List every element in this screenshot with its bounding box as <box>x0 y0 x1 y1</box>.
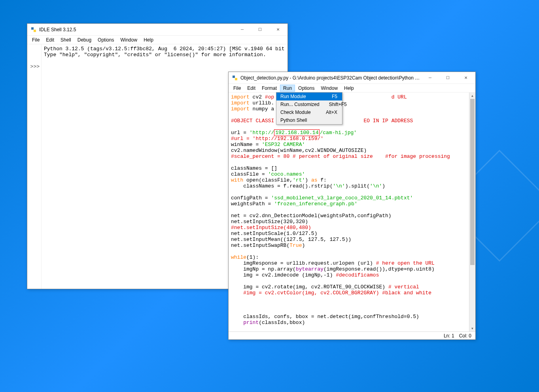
ip-highlight: 192.168.100.14 <box>274 129 320 136</box>
scroll-thumb[interactable] <box>470 99 475 265</box>
maximize-button[interactable]: ☐ <box>251 24 269 35</box>
editor-window: Object_detection.py.py - G:\Arduino proj… <box>228 72 476 340</box>
run-menu-run-module[interactable]: Run ModuleF5 <box>276 93 342 100</box>
shell-menu-edit[interactable]: Edit <box>43 36 57 44</box>
shell-menu-options[interactable]: Options <box>95 36 117 44</box>
shell-title: IDLE Shell 3.12.5 <box>39 27 233 32</box>
run-menu-run-customized[interactable]: Run... CustomizedShift+F5 <box>276 100 342 108</box>
editor-content[interactable]: import cv2 #op d URL import urllib. impo… <box>229 93 475 331</box>
shell-prompt: >>> <box>27 64 40 70</box>
scroll-down-icon[interactable]: ▼ <box>469 325 475 331</box>
shell-titlebar[interactable]: IDLE Shell 3.12.5 ─ ☐ ✕ <box>27 24 287 36</box>
editor-menu-run[interactable]: Run <box>280 85 295 92</box>
run-menu-check-module[interactable]: Check ModuleAlt+X <box>276 108 342 116</box>
svg-rect-3 <box>235 78 237 80</box>
python-icon <box>30 27 37 33</box>
editor-text[interactable]: import cv2 #op d URL import urllib. impo… <box>229 93 469 331</box>
shell-menu-file[interactable]: File <box>29 36 43 44</box>
editor-menubar: File Edit Format Run Options Window Help <box>229 84 475 93</box>
run-dropdown: Run ModuleF5 Run... CustomizedShift+F5 C… <box>276 92 342 125</box>
editor-window-controls: ─ ☐ ✕ <box>421 72 475 83</box>
editor-titlebar[interactable]: Object_detection.py.py - G:\Arduino proj… <box>229 72 475 84</box>
close-button[interactable]: ✕ <box>269 24 287 35</box>
shell-menubar: File Edit Shell Debug Options Window Hel… <box>27 36 287 44</box>
run-menu-python-shell[interactable]: Python Shell <box>276 116 342 124</box>
maximize-button[interactable]: ☐ <box>439 72 457 83</box>
editor-menu-options[interactable]: Options <box>295 85 318 92</box>
status-line: Ln: 1 <box>444 333 454 339</box>
shell-menu-shell[interactable]: Shell <box>57 36 74 44</box>
svg-rect-1 <box>34 30 36 32</box>
editor-menu-format[interactable]: Format <box>259 85 280 92</box>
editor-title: Object_detection.py.py - G:\Arduino proj… <box>240 75 421 81</box>
editor-scrollbar[interactable]: ▲ ▼ <box>469 93 475 331</box>
shell-menu-window[interactable]: Window <box>117 36 140 44</box>
editor-statusbar: Ln: 1 Col: 0 <box>229 331 475 339</box>
close-button[interactable]: ✕ <box>457 72 475 83</box>
editor-menu-edit[interactable]: Edit <box>244 85 259 92</box>
scroll-up-icon[interactable]: ▲ <box>469 93 475 99</box>
python-icon <box>232 75 238 81</box>
editor-menu-window[interactable]: Window <box>318 85 341 92</box>
minimize-button[interactable]: ─ <box>421 72 439 83</box>
status-col: Col: 0 <box>459 333 471 339</box>
minimize-button[interactable]: ─ <box>233 24 251 35</box>
svg-rect-0 <box>31 27 34 30</box>
shell-window-controls: ─ ☐ ✕ <box>233 24 287 35</box>
shell-gutter: >>> <box>27 44 42 289</box>
shell-menu-help[interactable]: Help <box>140 36 157 44</box>
shell-menu-debug[interactable]: Debug <box>74 36 95 44</box>
svg-rect-2 <box>233 76 235 78</box>
editor-menu-file[interactable]: File <box>230 85 244 92</box>
editor-menu-help[interactable]: Help <box>341 85 357 92</box>
